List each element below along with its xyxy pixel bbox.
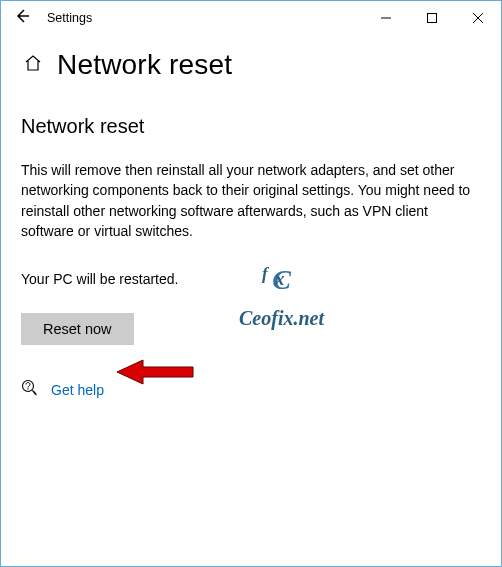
content-area: Network reset This will remove then rein…: [1, 115, 501, 401]
get-help-link[interactable]: Get help: [51, 382, 104, 398]
restart-note: Your PC will be restarted.: [21, 271, 481, 287]
titlebar: Settings: [1, 1, 501, 35]
close-icon: [473, 9, 483, 27]
page-title: Network reset: [57, 49, 232, 81]
back-button[interactable]: [1, 1, 43, 35]
minimize-button[interactable]: [363, 1, 409, 35]
page-header: Network reset: [1, 35, 501, 107]
maximize-button[interactable]: [409, 1, 455, 35]
close-button[interactable]: [455, 1, 501, 35]
maximize-icon: [427, 9, 437, 27]
help-icon: [21, 379, 39, 401]
reset-now-button[interactable]: Reset now: [21, 313, 134, 345]
svg-rect-0: [428, 14, 437, 23]
help-row: Get help: [21, 379, 481, 401]
minimize-icon: [381, 9, 391, 27]
svg-point-2: [27, 388, 28, 389]
section-heading: Network reset: [21, 115, 481, 138]
back-arrow-icon: [14, 8, 30, 28]
window-controls: [363, 1, 501, 35]
window-title: Settings: [43, 11, 92, 25]
home-icon[interactable]: [23, 53, 43, 77]
description-text: This will remove then reinstall all your…: [21, 160, 481, 241]
